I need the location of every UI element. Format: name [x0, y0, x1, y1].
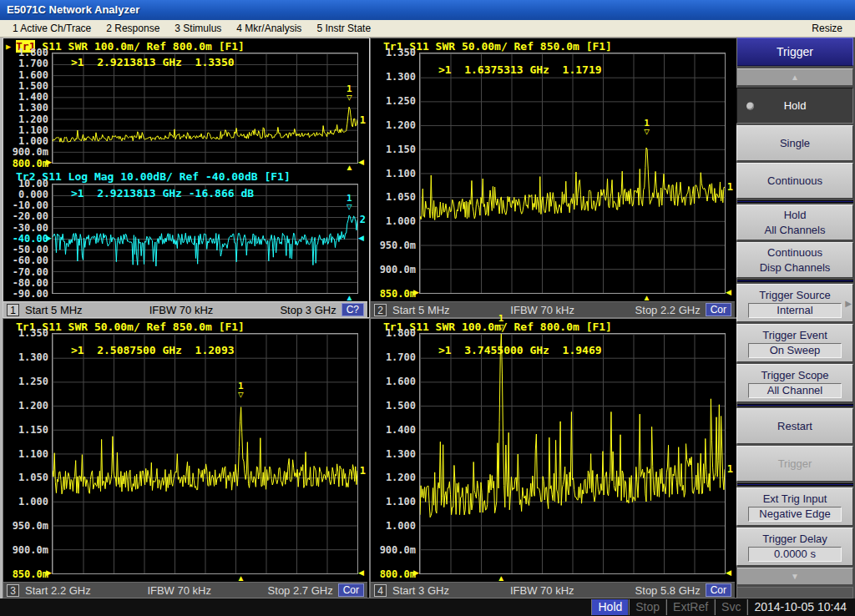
y-tick-label: 1.200 [18, 400, 48, 412]
menu-item-5-instr-state[interactable]: 5 Instr State [309, 23, 378, 34]
status-svc: Svc [715, 599, 747, 615]
y-tick-label: 1.050 [18, 472, 48, 483]
menu-item-3-stimulus[interactable]: 3 Stimulus [167, 23, 229, 34]
y-tick-label: 950.0m [380, 240, 416, 251]
y-tick-label: -50.00 [13, 244, 48, 255]
ch4-marker-readout: >1 3.7455000 GHz 1.9469 [438, 344, 602, 356]
y-tick-label: 1.200 [386, 119, 416, 131]
softkey-menu: Trigger▲HoldSingleContinuousHoldAll Chan… [735, 38, 855, 598]
y-tick-label: 1.100 [386, 496, 416, 507]
softkey-trigger-delay[interactable]: Trigger Delay0.0000 s [736, 528, 853, 566]
ref-level-icon: ▶ [46, 234, 52, 242]
y-tick-label: 1.800 [18, 47, 48, 58]
channel-1-window[interactable]: ▶Tr1 S11 SWR 100.0m/ Ref 800.0m [F1] 1.8… [3, 38, 370, 318]
channel-3-status-bar: 3 Start 2.2 GHz IFBW 70 kHz Stop 2.7 GHz… [3, 582, 367, 598]
softkey-continuous[interactable]: Continuous [736, 163, 853, 199]
softkey-hold[interactable]: Hold [736, 88, 853, 124]
softkey-separator [736, 200, 853, 203]
y-tick-label: 850.0m [380, 288, 416, 300]
softkey-filler [736, 587, 853, 598]
y-tick-label: 1.300 [386, 448, 416, 460]
marker-1-icon[interactable]: 1▽ [235, 382, 246, 399]
ch1-tr2-panel: Tr2 S11 Log Mag 10.00dB/ Ref -40.00dB [F… [3, 170, 367, 301]
marker-1-icon[interactable]: 1▽ [343, 194, 355, 211]
ch1-tr1-marker-readout: >1 2.9213813 GHz 1.3350 [71, 56, 235, 68]
status-stop: Stop [629, 599, 666, 615]
y-tick-label: 800.0m [13, 158, 48, 169]
ch4-tr1-title[interactable]: Tr1 S11 SWR 100.0m/ Ref 800.0m [F1] [371, 320, 735, 333]
ref-level-icon: ▶ [413, 288, 419, 296]
ch4-tr1-panel: Tr1 S11 SWR 100.0m/ Ref 800.0m [F1] 1.80… [371, 320, 735, 581]
ref-level-icon: ▶ [46, 158, 52, 166]
marker-1-icon[interactable]: 1▽ [343, 85, 355, 102]
softkey-value-ext-trig-input: Negative Edge [748, 507, 842, 522]
window-title: E5071C Network Analyzer [7, 3, 139, 16]
channel-2-status-bar: 2 Start 5 MHz IFBW 70 kHz Stop 2.2 GHz C… [371, 301, 735, 317]
resize-button[interactable]: Resize [804, 23, 850, 34]
ifbw-readout: IFBW 70 kHz [91, 584, 268, 597]
trace-number-label: 1 [360, 465, 366, 477]
ch3-tr1-title[interactable]: Tr1 S11 SWR 50.00m/ Ref 850.0m [F1] [3, 320, 367, 333]
correction-badge: Cor [338, 583, 364, 597]
channel-4-window[interactable]: Tr1 S11 SWR 100.0m/ Ref 800.0m [F1] 1.80… [370, 318, 737, 598]
ch4-plot-area[interactable]: >1 3.7455000 GHz 1.9469 1▽▲▶◀1 [419, 333, 726, 574]
y-tick-label: 1.150 [18, 424, 48, 436]
ref-level-icon: ◀ [726, 288, 731, 296]
y-tick-label: 850.0m [13, 568, 48, 580]
channel-grid: ▶Tr1 S11 SWR 100.0m/ Ref 800.0m [F1] 1.8… [0, 38, 735, 598]
menu-item-4-mkr-analysis[interactable]: 4 Mkr/Analysis [229, 23, 309, 34]
y-tick-label: 1.250 [386, 95, 416, 107]
ch2-tr1-title[interactable]: Tr1 S11 SWR 50.00m/ Ref 850.0m [F1] [371, 39, 735, 53]
softkey-ext-trig-input[interactable]: Ext Trig InputNegative Edge [736, 487, 853, 526]
start-frequency: Start 5 MHz [392, 304, 450, 316]
softkey-trigger: Trigger [736, 446, 853, 482]
softkey-separator [736, 404, 853, 406]
correction-badge: Cor [706, 303, 731, 316]
softkey-continuous-disp-channels[interactable]: ContinuousDisp Channels [736, 242, 853, 278]
marker-1-icon[interactable]: 1▽ [495, 315, 507, 331]
channel-2-window[interactable]: Tr1 S11 SWR 50.00m/ Ref 850.0m [F1] 1.35… [370, 38, 737, 318]
y-tick-label: -70.00 [13, 266, 48, 278]
softkey-hold-all-channels[interactable]: HoldAll Channels [736, 204, 853, 240]
ch1-tr2-title[interactable]: Tr2 S11 Log Mag 10.00dB/ Ref -40.00dB [F… [3, 170, 367, 184]
trace-number-label: 1 [727, 463, 733, 475]
chevron-down-icon[interactable]: ▼ [736, 568, 853, 585]
marker-1-icon[interactable]: 1▽ [640, 119, 652, 136]
y-tick-label: 1.150 [386, 144, 416, 155]
marker-stimulus-icon: ▲ [642, 293, 650, 302]
ch2-plot-area[interactable]: >1 1.6375313 GHz 1.1719 1▽▲▶◀1 [419, 53, 726, 294]
menu-item-2-response[interactable]: 2 Response [99, 23, 167, 34]
softkey-trigger-event[interactable]: Trigger EventOn Sweep [736, 324, 853, 362]
y-tick-label: 1.350 [18, 327, 48, 339]
y-tick-label: 10.00 [18, 178, 48, 189]
ifbw-readout: IFBW 70 kHz [450, 304, 635, 316]
chevron-up-icon[interactable]: ▲ [736, 68, 853, 86]
channel-number-badge: 4 [374, 584, 387, 597]
status-2014-10-05-10-44: 2014-10-05 10:44 [747, 599, 855, 615]
correction-badge: C? [341, 303, 364, 316]
start-frequency: Start 3 GHz [392, 584, 449, 597]
ch1-tr1-panel: ▶Tr1 S11 SWR 100.0m/ Ref 800.0m [F1] 1.8… [3, 39, 367, 170]
menu-item-1-active-ch-trace[interactable]: 1 Active Ch/Trace [5, 23, 99, 34]
trace-title-text: S11 SWR 100.0m/ Ref 800.0m [F1] [35, 40, 244, 53]
y-tick-label: 1.800 [386, 327, 416, 339]
ch1-tr1-plot-area[interactable]: >1 2.9213813 GHz 1.3350 1▽▲▶◀1 [52, 53, 358, 164]
y-tick-label: 1.400 [18, 91, 48, 103]
softkey-single[interactable]: Single [736, 125, 853, 161]
softkey-trigger-scope[interactable]: Trigger ScopeAll Channel [736, 364, 853, 402]
ch3-plot-area[interactable]: >1 2.5087500 GHz 1.2093 1▽▲▶◀1 [52, 333, 358, 574]
stop-frequency: Stop 3 GHz [280, 304, 336, 316]
softkey-restart[interactable]: Restart [736, 408, 853, 444]
y-tick-label: 1.000 [18, 496, 48, 507]
ch1-tr2-plot-area[interactable]: >1 2.9213813 GHz -16.866 dB 1▽▲▶◀2 [52, 184, 358, 295]
softkey-value-trigger-event: On Sweep [748, 343, 842, 358]
radio-selected-icon [746, 102, 754, 109]
y-tick-label: 1.700 [18, 58, 48, 69]
ch1-tr1-title[interactable]: ▶Tr1 S11 SWR 100.0m/ Ref 800.0m [F1] [3, 39, 367, 53]
softkey-value-trigger-scope: All Channel [748, 383, 842, 398]
y-tick-label: -60.00 [13, 255, 48, 266]
y-tick-label: 1.000 [386, 215, 416, 227]
channel-3-window[interactable]: Tr1 S11 SWR 50.00m/ Ref 850.0m [F1] 1.35… [3, 318, 370, 598]
softkey-trigger-source[interactable]: Trigger SourceInternal▶ [736, 284, 853, 322]
y-tick-label: -40.00 [13, 233, 48, 245]
